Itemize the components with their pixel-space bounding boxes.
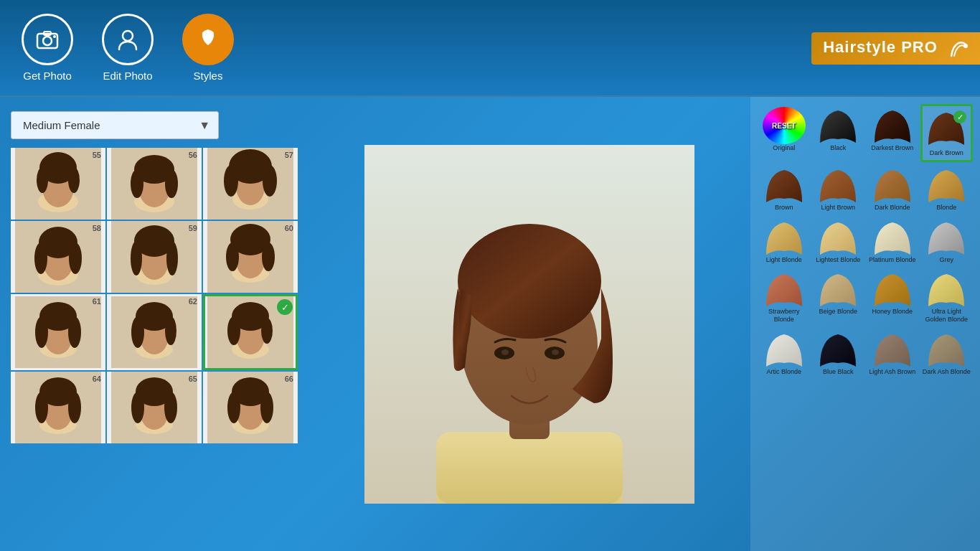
style-number-66: 66	[285, 375, 293, 383]
swatch-dark-ash-blonde	[925, 331, 968, 368]
color-label-beige-blonde: Beige Blonde	[819, 308, 857, 316]
color-grey[interactable]: Grey	[920, 216, 974, 267]
color-brown[interactable]: Brown	[758, 164, 811, 215]
style-item-63[interactable]: ✓	[203, 294, 298, 370]
color-ultra-light-golden-blonde[interactable]: Ultra Light Golden Blonde	[920, 268, 974, 326]
selected-check-63: ✓	[277, 299, 293, 315]
color-label-grey: Grey	[939, 256, 953, 264]
svg-point-42	[262, 242, 275, 271]
color-platinum-blonde[interactable]: Platinum Blonde	[866, 216, 919, 267]
svg-point-77	[227, 392, 240, 423]
color-label-lightest-blonde: Lightest Blonde	[816, 256, 860, 264]
color-lightest-blonde[interactable]: Lightest Blonde	[812, 216, 865, 267]
swatch-honey-blonde	[871, 270, 914, 308]
svg-point-17	[131, 169, 143, 198]
style-number-61: 61	[93, 297, 101, 306]
svg-point-78	[260, 392, 273, 423]
style-number-57: 57	[285, 151, 293, 159]
svg-point-54	[165, 316, 176, 345]
style-item-61[interactable]: 61	[11, 294, 105, 370]
color-original[interactable]: RESET Original	[758, 104, 811, 162]
svg-point-65	[35, 392, 48, 423]
styles-label: Styles	[194, 70, 223, 82]
swatch-darkest-brown	[871, 107, 914, 144]
category-dropdown-container: Medium Female Short Female Long Female S…	[11, 111, 298, 139]
nav-styles[interactable]: Styles	[182, 14, 234, 82]
style-item-64[interactable]: 64	[11, 372, 105, 443]
svg-point-47	[35, 316, 48, 348]
style-thumb-62	[107, 294, 202, 370]
svg-point-48	[68, 316, 81, 348]
color-dark-ash-blonde[interactable]: Dark Ash Blonde	[920, 328, 974, 379]
styles-panel: Medium Female Short Female Long Female S…	[0, 97, 308, 551]
color-strawberry-blonde[interactable]: Strawberry Blonde	[758, 268, 811, 326]
color-light-brown[interactable]: Light Brown	[812, 164, 865, 215]
color-light-blonde[interactable]: Light Blonde	[758, 216, 811, 267]
color-beige-blonde[interactable]: Beige Blonde	[812, 268, 865, 326]
style-item-57[interactable]: 57	[203, 148, 298, 220]
svg-point-41	[226, 242, 239, 271]
nav-get-photo[interactable]: Get Photo	[22, 14, 73, 82]
svg-point-4	[123, 31, 133, 41]
style-thumb-61	[11, 294, 105, 370]
color-label-original: Original	[773, 144, 795, 152]
style-number-62: 62	[189, 297, 197, 306]
style-item-56[interactable]: 56	[107, 148, 202, 220]
svg-point-53	[131, 316, 144, 348]
app-title-text: Hairstyle PRO	[823, 38, 938, 56]
svg-point-12	[68, 167, 80, 193]
style-item-60[interactable]: 60	[203, 221, 298, 293]
style-item-55[interactable]: 55	[11, 148, 105, 220]
svg-point-71	[131, 392, 144, 423]
colors-grid: RESET Original Black	[758, 104, 973, 379]
app-title: Hairstyle PRO	[811, 32, 980, 64]
photo-frame	[364, 145, 694, 504]
svg-point-36	[166, 241, 178, 276]
color-dark-blonde[interactable]: Dark Blonde	[866, 164, 919, 215]
color-label-dark-brown: Dark Brown	[930, 149, 963, 157]
swatch-blonde	[925, 166, 968, 204]
style-item-66[interactable]: 66	[203, 372, 298, 443]
color-label-blue-black: Blue Black	[823, 368, 854, 376]
color-dark-brown[interactable]: ✓ Dark Brown	[920, 104, 974, 162]
color-blue-black[interactable]: Blue Black	[812, 328, 865, 379]
camera-icon	[22, 14, 73, 65]
main-content: Medium Female Short Female Long Female S…	[0, 97, 980, 551]
style-item-59[interactable]: 59	[107, 221, 202, 293]
reset-swatch: RESET	[763, 107, 806, 144]
svg-point-60	[261, 318, 273, 344]
styles-icon	[182, 14, 234, 65]
svg-point-66	[68, 392, 81, 423]
color-light-ash-brown[interactable]: Light Ash Brown	[866, 328, 919, 379]
person-icon	[102, 14, 154, 65]
color-artic-blonde[interactable]: Artic Blonde	[758, 328, 811, 379]
color-black[interactable]: Black	[812, 104, 865, 162]
swatch-blue-black	[816, 331, 859, 368]
nav-edit-photo[interactable]: Edit Photo	[102, 14, 154, 82]
category-dropdown-wrapper: Medium Female Short Female Long Female S…	[11, 111, 219, 139]
color-honey-blonde[interactable]: Honey Blonde	[866, 268, 919, 326]
edit-photo-label: Edit Photo	[103, 70, 152, 82]
swatch-beige-blonde	[816, 270, 859, 308]
photo-area	[308, 97, 750, 551]
style-number-58: 58	[93, 224, 101, 232]
color-darkest-brown[interactable]: Darkest Brown	[866, 104, 919, 162]
swatch-light-ash-brown	[871, 331, 914, 368]
style-item-58[interactable]: 58	[11, 221, 105, 293]
style-thumb-58	[11, 221, 105, 293]
style-item-65[interactable]: 65	[107, 372, 202, 443]
category-dropdown[interactable]: Medium Female Short Female Long Female S…	[11, 111, 219, 139]
swatch-lightest-blonde	[816, 219, 859, 256]
style-thumb-57	[203, 148, 298, 220]
color-label-brown: Brown	[775, 204, 793, 212]
color-blonde[interactable]: Blonde	[920, 164, 974, 215]
svg-rect-81	[436, 432, 623, 504]
svg-point-18	[165, 169, 178, 198]
svg-point-35	[131, 241, 142, 276]
swatch-strawberry-blonde	[763, 270, 806, 308]
style-item-62[interactable]: 62	[107, 294, 202, 370]
swatch-light-brown	[816, 166, 859, 204]
top-bar: Get Photo Edit Photo Styles Hairstyle PR…	[0, 0, 980, 97]
style-thumb-56	[107, 148, 202, 220]
svg-point-84	[458, 224, 601, 339]
